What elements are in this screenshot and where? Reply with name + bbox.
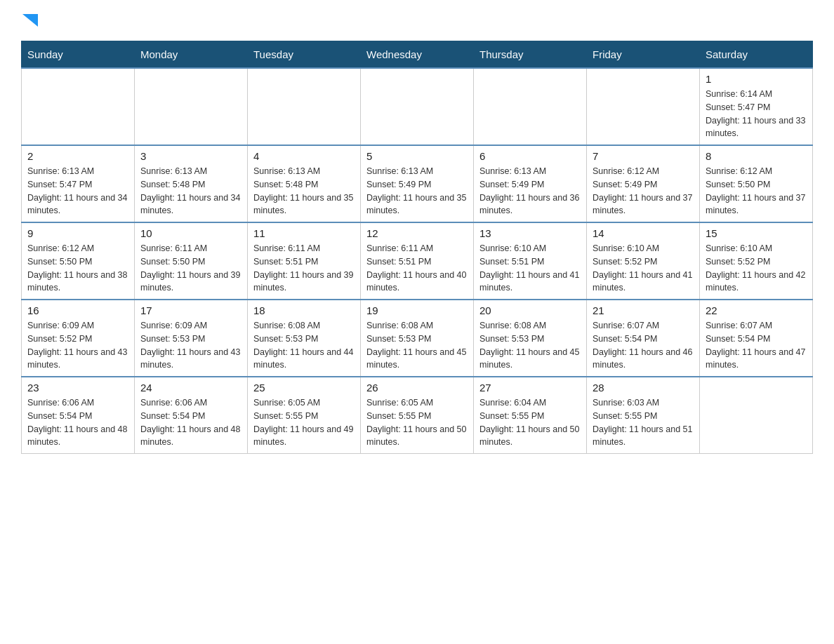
calendar-table: SundayMondayTuesdayWednesdayThursdayFrid…	[21, 41, 813, 454]
day-info: Sunrise: 6:08 AM Sunset: 5:53 PM Dayligh…	[253, 319, 355, 372]
day-info: Sunrise: 6:13 AM Sunset: 5:48 PM Dayligh…	[253, 165, 355, 217]
day-number: 25	[253, 382, 355, 394]
day-info: Sunrise: 6:14 AM Sunset: 5:47 PM Dayligh…	[706, 88, 807, 140]
day-number: 20	[479, 304, 581, 316]
day-info: Sunrise: 6:03 AM Sunset: 5:55 PM Dayligh…	[593, 396, 694, 449]
page-header	[21, 14, 813, 27]
day-number: 14	[593, 227, 694, 239]
calendar-cell: 15Sunrise: 6:10 AM Sunset: 5:52 PM Dayli…	[700, 222, 813, 300]
calendar-cell: 25Sunrise: 6:05 AM Sunset: 5:55 PM Dayli…	[248, 377, 361, 454]
calendar-cell: 5Sunrise: 6:13 AM Sunset: 5:49 PM Daylig…	[361, 145, 474, 222]
day-number: 13	[479, 227, 581, 239]
calendar-cell: 18Sunrise: 6:08 AM Sunset: 5:53 PM Dayli…	[248, 300, 361, 377]
calendar-cell: 2Sunrise: 6:13 AM Sunset: 5:47 PM Daylig…	[22, 145, 135, 222]
week-row-2: 2Sunrise: 6:13 AM Sunset: 5:47 PM Daylig…	[22, 145, 813, 222]
logo-arrow-icon	[22, 14, 38, 27]
calendar-cell: 23Sunrise: 6:06 AM Sunset: 5:54 PM Dayli…	[22, 377, 135, 454]
calendar-cell	[361, 68, 474, 145]
weekday-header-tuesday: Tuesday	[248, 41, 361, 69]
day-number: 18	[253, 304, 355, 316]
day-number: 27	[479, 382, 581, 394]
calendar-cell: 14Sunrise: 6:10 AM Sunset: 5:52 PM Dayli…	[587, 222, 700, 300]
calendar-cell: 13Sunrise: 6:10 AM Sunset: 5:51 PM Dayli…	[474, 222, 587, 300]
calendar-cell: 8Sunrise: 6:12 AM Sunset: 5:50 PM Daylig…	[700, 145, 813, 222]
weekday-header-wednesday: Wednesday	[361, 41, 474, 69]
calendar-cell: 26Sunrise: 6:05 AM Sunset: 5:55 PM Dayli…	[361, 377, 474, 454]
calendar-cell: 7Sunrise: 6:12 AM Sunset: 5:49 PM Daylig…	[587, 145, 700, 222]
day-number: 24	[140, 382, 241, 394]
calendar-cell: 16Sunrise: 6:09 AM Sunset: 5:52 PM Dayli…	[22, 300, 135, 377]
calendar-cell	[474, 68, 587, 145]
calendar-cell: 3Sunrise: 6:13 AM Sunset: 5:48 PM Daylig…	[135, 145, 248, 222]
calendar-cell: 1Sunrise: 6:14 AM Sunset: 5:47 PM Daylig…	[700, 68, 813, 145]
day-info: Sunrise: 6:11 AM Sunset: 5:51 PM Dayligh…	[253, 242, 355, 295]
day-number: 9	[27, 227, 128, 239]
day-info: Sunrise: 6:10 AM Sunset: 5:52 PM Dayligh…	[706, 242, 807, 295]
day-number: 21	[593, 304, 694, 316]
day-info: Sunrise: 6:10 AM Sunset: 5:52 PM Dayligh…	[593, 242, 694, 295]
week-row-4: 16Sunrise: 6:09 AM Sunset: 5:52 PM Dayli…	[22, 300, 813, 377]
calendar-cell	[700, 377, 813, 454]
calendar-cell: 28Sunrise: 6:03 AM Sunset: 5:55 PM Dayli…	[587, 377, 700, 454]
day-number: 5	[366, 150, 468, 162]
day-number: 16	[27, 304, 128, 316]
day-info: Sunrise: 6:11 AM Sunset: 5:51 PM Dayligh…	[366, 242, 468, 295]
day-info: Sunrise: 6:13 AM Sunset: 5:49 PM Dayligh…	[479, 165, 581, 217]
day-number: 28	[593, 382, 694, 394]
calendar-cell: 10Sunrise: 6:11 AM Sunset: 5:50 PM Dayli…	[135, 222, 248, 300]
weekday-header-saturday: Saturday	[700, 41, 813, 69]
day-info: Sunrise: 6:07 AM Sunset: 5:54 PM Dayligh…	[593, 319, 694, 372]
day-info: Sunrise: 6:05 AM Sunset: 5:55 PM Dayligh…	[253, 396, 355, 449]
calendar-cell: 27Sunrise: 6:04 AM Sunset: 5:55 PM Dayli…	[474, 377, 587, 454]
day-number: 19	[366, 304, 468, 316]
calendar-cell: 4Sunrise: 6:13 AM Sunset: 5:48 PM Daylig…	[248, 145, 361, 222]
calendar-cell	[135, 68, 248, 145]
day-number: 1	[706, 73, 807, 85]
day-number: 12	[366, 227, 468, 239]
calendar-cell	[248, 68, 361, 145]
day-number: 3	[140, 150, 241, 162]
day-info: Sunrise: 6:08 AM Sunset: 5:53 PM Dayligh…	[366, 319, 468, 372]
calendar-cell: 17Sunrise: 6:09 AM Sunset: 5:53 PM Dayli…	[135, 300, 248, 377]
day-info: Sunrise: 6:05 AM Sunset: 5:55 PM Dayligh…	[366, 396, 468, 449]
day-info: Sunrise: 6:08 AM Sunset: 5:53 PM Dayligh…	[479, 319, 581, 372]
logo	[21, 14, 38, 27]
weekday-header-thursday: Thursday	[474, 41, 587, 69]
day-info: Sunrise: 6:12 AM Sunset: 5:50 PM Dayligh…	[27, 242, 128, 295]
day-info: Sunrise: 6:04 AM Sunset: 5:55 PM Dayligh…	[479, 396, 581, 449]
day-number: 10	[140, 227, 241, 239]
day-number: 2	[27, 150, 128, 162]
calendar-cell	[22, 68, 135, 145]
week-row-5: 23Sunrise: 6:06 AM Sunset: 5:54 PM Dayli…	[22, 377, 813, 454]
calendar-cell: 12Sunrise: 6:11 AM Sunset: 5:51 PM Dayli…	[361, 222, 474, 300]
day-info: Sunrise: 6:06 AM Sunset: 5:54 PM Dayligh…	[140, 396, 241, 449]
week-row-1: 1Sunrise: 6:14 AM Sunset: 5:47 PM Daylig…	[22, 68, 813, 145]
day-info: Sunrise: 6:13 AM Sunset: 5:47 PM Dayligh…	[27, 165, 128, 217]
day-info: Sunrise: 6:09 AM Sunset: 5:53 PM Dayligh…	[140, 319, 241, 372]
calendar-cell: 21Sunrise: 6:07 AM Sunset: 5:54 PM Dayli…	[587, 300, 700, 377]
day-number: 4	[253, 150, 355, 162]
day-number: 23	[27, 382, 128, 394]
day-number: 11	[253, 227, 355, 239]
calendar-cell: 20Sunrise: 6:08 AM Sunset: 5:53 PM Dayli…	[474, 300, 587, 377]
day-info: Sunrise: 6:12 AM Sunset: 5:50 PM Dayligh…	[706, 165, 807, 217]
calendar-cell: 24Sunrise: 6:06 AM Sunset: 5:54 PM Dayli…	[135, 377, 248, 454]
weekday-header-monday: Monday	[135, 41, 248, 69]
weekday-header-sunday: Sunday	[22, 41, 135, 69]
day-info: Sunrise: 6:13 AM Sunset: 5:49 PM Dayligh…	[366, 165, 468, 217]
svg-marker-0	[22, 14, 38, 27]
day-info: Sunrise: 6:12 AM Sunset: 5:49 PM Dayligh…	[593, 165, 694, 217]
day-number: 17	[140, 304, 241, 316]
calendar-cell: 11Sunrise: 6:11 AM Sunset: 5:51 PM Dayli…	[248, 222, 361, 300]
day-number: 22	[706, 304, 807, 316]
calendar-cell: 22Sunrise: 6:07 AM Sunset: 5:54 PM Dayli…	[700, 300, 813, 377]
calendar-cell: 19Sunrise: 6:08 AM Sunset: 5:53 PM Dayli…	[361, 300, 474, 377]
day-number: 6	[479, 150, 581, 162]
day-number: 26	[366, 382, 468, 394]
day-number: 7	[593, 150, 694, 162]
day-info: Sunrise: 6:06 AM Sunset: 5:54 PM Dayligh…	[27, 396, 128, 449]
day-number: 15	[706, 227, 807, 239]
day-info: Sunrise: 6:11 AM Sunset: 5:50 PM Dayligh…	[140, 242, 241, 295]
calendar-cell	[587, 68, 700, 145]
day-number: 8	[706, 150, 807, 162]
